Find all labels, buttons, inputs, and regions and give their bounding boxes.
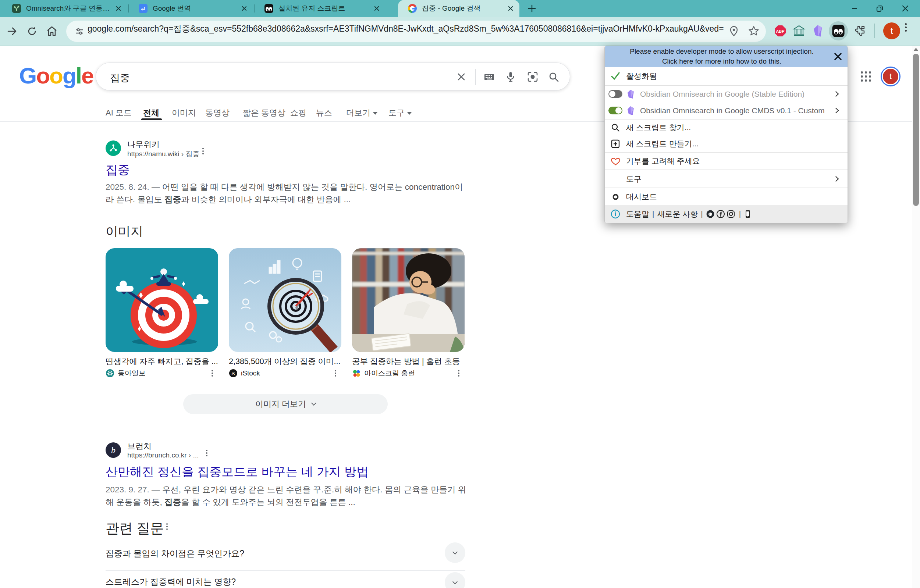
- help-menu-item[interactable]: 도움말 | 새로운 사항 | |: [605, 205, 847, 223]
- image-caption[interactable]: 딴생각에 자주 빠지고, 집중을 ...: [105, 356, 218, 367]
- browser-menu-button[interactable]: [905, 26, 907, 28]
- tab-close-icon[interactable]: [115, 5, 121, 11]
- result-title-link[interactable]: 산만해진 정신을 집중모드로 바꾸는 네 가지 방법: [105, 464, 369, 480]
- archive-extension-button[interactable]: [789, 21, 808, 40]
- keyboard-icon[interactable]: [483, 71, 495, 83]
- search-query-text[interactable]: 집중: [110, 71, 130, 85]
- extensions-menu-button[interactable]: [850, 21, 869, 40]
- related-questions-header: 관련 질문: [105, 519, 164, 538]
- related-options-button[interactable]: [166, 526, 168, 527]
- result-url[interactable]: https://namu.wiki › 집중: [127, 149, 199, 159]
- new-tab-button[interactable]: [528, 4, 536, 13]
- reload-button[interactable]: [26, 25, 38, 37]
- tab-close-icon[interactable]: [508, 5, 513, 11]
- instagram-icon[interactable]: [727, 210, 735, 218]
- tab-close-icon[interactable]: [374, 5, 380, 11]
- tab-close-icon[interactable]: [241, 5, 247, 11]
- tab-news[interactable]: 뉴스: [316, 107, 332, 118]
- chevron-down-icon: [407, 112, 411, 115]
- expand-question-button[interactable]: [445, 543, 465, 563]
- forward-button[interactable]: [6, 25, 18, 37]
- clear-search-icon[interactable]: [455, 71, 467, 83]
- result-site-name[interactable]: 나무위키: [127, 139, 160, 150]
- result-options-button[interactable]: [206, 452, 207, 454]
- tools-menu-item[interactable]: 도구: [605, 170, 847, 187]
- image-source-name[interactable]: iStock: [241, 369, 335, 377]
- google-account-avatar[interactable]: t: [881, 66, 901, 86]
- url-text[interactable]: google.com/search?q=집중&sca_esv=552fb68e3…: [87, 23, 724, 35]
- tab-tools[interactable]: 도구: [389, 107, 411, 118]
- result-title-link[interactable]: 집중: [105, 162, 130, 178]
- image-source-name[interactable]: 아이스크림 홈런: [364, 368, 458, 378]
- userscript-item-stable[interactable]: Obsidian Omnisearch in Google (Stable Ed…: [605, 86, 847, 102]
- image-options-button[interactable]: [335, 373, 336, 374]
- image-result-studying-boy-photo[interactable]: [352, 248, 465, 352]
- donate-label: 기부를 고려해 주세요: [626, 156, 700, 166]
- google-apps-grid-icon[interactable]: [859, 70, 873, 83]
- tab-images[interactable]: 이미지: [172, 107, 196, 118]
- tune-icon[interactable]: [74, 26, 84, 36]
- bookmark-star-icon[interactable]: [747, 25, 760, 37]
- mobile-phone-icon[interactable]: [744, 210, 752, 218]
- image-source-name[interactable]: 동아일보: [118, 368, 212, 378]
- script-toggle[interactable]: [608, 107, 622, 115]
- result-options-button[interactable]: [202, 150, 204, 152]
- close-window-button[interactable]: [893, 0, 917, 17]
- related-question[interactable]: 스트레스가 집중력에 미치는 영향?: [105, 576, 236, 588]
- image-caption[interactable]: 2,385,500개 이상의 집중 이미...: [229, 356, 341, 367]
- obsidian-extension-button[interactable]: [808, 21, 828, 40]
- scrollbar-up-arrow[interactable]: [914, 48, 918, 51]
- github-icon[interactable]: [706, 210, 715, 218]
- donate-menu-item[interactable]: 기부를 고려해 주세요: [605, 153, 847, 170]
- create-script-menu-item[interactable]: 새 스크립트 만들기...: [605, 136, 847, 152]
- developer-mode-banner[interactable]: Please enable developer mode to allow us…: [605, 46, 847, 67]
- home-button[interactable]: [45, 25, 58, 37]
- voice-search-icon[interactable]: [505, 71, 517, 83]
- find-scripts-menu-item[interactable]: 새 스크립트 찾기...: [605, 120, 847, 136]
- scrollbar-thumb[interactable]: [913, 54, 919, 206]
- google-lens-icon[interactable]: [527, 71, 539, 83]
- maximize-button[interactable]: [867, 0, 892, 17]
- tab-videos[interactable]: 동영상: [205, 107, 230, 118]
- tab-omnisearch[interactable]: Omnisearch와 구글 연동을 위...: [2, 0, 127, 17]
- tab-all[interactable]: 전체: [143, 107, 159, 118]
- facebook-icon[interactable]: [716, 210, 725, 218]
- banner-close-icon[interactable]: [834, 52, 842, 61]
- tab-translate[interactable]: ⇄ Google 번역: [129, 0, 253, 17]
- tab-more[interactable]: 더보기: [346, 107, 377, 118]
- tab-google-search-active[interactable]: 집중 - Google 검색: [398, 0, 519, 17]
- image-source-row: iS iStock: [229, 368, 341, 379]
- userscript-item-custom[interactable]: Obsidian Omnisearch in Google CMDS v0.1 …: [605, 102, 847, 119]
- tab-title: 집중 - Google 검색: [422, 4, 508, 13]
- search-submit-icon[interactable]: [548, 71, 559, 83]
- question-divider: [105, 570, 465, 571]
- tab-shopping[interactable]: 쇼핑: [290, 107, 306, 118]
- expand-question-button[interactable]: [445, 572, 465, 588]
- restore-icon: [875, 5, 884, 13]
- adblock-extension-button[interactable]: ABP: [771, 21, 790, 40]
- image-caption[interactable]: 공부 집중하는 방법 | 홈런 초등: [352, 356, 465, 367]
- image-result-magnifier-photo[interactable]: [229, 248, 341, 352]
- tampermonkey-extension-button[interactable]: [829, 21, 848, 40]
- image-result-target-illustration[interactable]: [105, 248, 218, 352]
- result-url[interactable]: https://brunch.co.kr › ...: [127, 451, 199, 459]
- google-logo[interactable]: Google: [19, 63, 94, 89]
- more-images-button[interactable]: 이미지 더보기: [183, 394, 388, 414]
- minimize-button[interactable]: [842, 0, 867, 17]
- result-site-name[interactable]: 브런치: [127, 441, 152, 452]
- tab-ai-mode[interactable]: AI 모드: [105, 107, 132, 118]
- script-toggle[interactable]: [608, 90, 622, 98]
- tab-userscripts[interactable]: 설치된 유저 스크립트: [254, 0, 385, 17]
- chevron-down-icon: [311, 401, 316, 405]
- tab-title: 설치된 유저 스크립트: [279, 4, 374, 13]
- images-section-header: 이미지: [105, 223, 143, 240]
- location-pin-icon[interactable]: [727, 25, 740, 37]
- browser-profile-avatar[interactable]: t: [883, 23, 900, 39]
- enabled-menu-item[interactable]: 활성화됨: [605, 67, 847, 85]
- tab-short-videos[interactable]: 짧은 동영상: [243, 107, 285, 118]
- image-options-button[interactable]: [212, 373, 213, 374]
- search-box[interactable]: 집중: [96, 63, 570, 90]
- dashboard-menu-item[interactable]: 대시보드: [605, 188, 847, 205]
- image-options-button[interactable]: [458, 373, 460, 374]
- related-question[interactable]: 집중과 몰입의 차이점은 무엇인가요?: [105, 548, 244, 559]
